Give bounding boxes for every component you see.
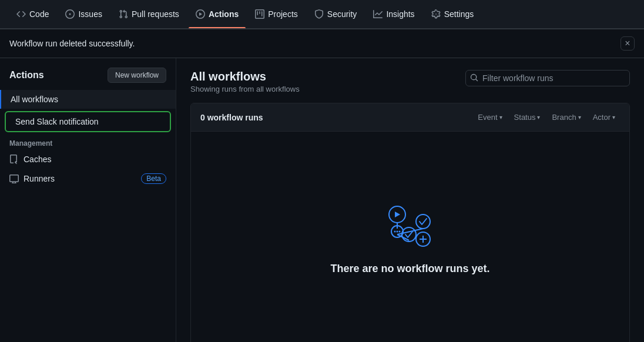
runners-icon — [9, 174, 19, 183]
success-banner: Workflow run deleted successfully. × — [0, 29, 644, 58]
insights-icon — [373, 9, 383, 19]
management-section-label: Management — [0, 135, 176, 150]
runs-filter-buttons: Event ▾ Status ▾ Branch ▾ Actor ▾ — [473, 110, 620, 124]
caches-icon — [9, 155, 19, 164]
content-header: All workflows Showing runs from all work… — [190, 70, 630, 93]
filter-branch-label: Branch — [552, 113, 576, 122]
nav-item-security[interactable]: Security — [307, 0, 364, 28]
content-title-group: All workflows Showing runs from all work… — [190, 70, 300, 93]
workflow-empty-illustration — [387, 204, 434, 251]
runs-count-label: 0 workflow runs — [200, 113, 263, 122]
settings-icon — [431, 9, 441, 19]
nav-item-insights[interactable]: Insights — [366, 0, 421, 28]
main-layout: Actions New workflow All workflows Send … — [0, 58, 644, 342]
new-workflow-button[interactable]: New workflow — [108, 68, 166, 83]
security-icon — [314, 9, 324, 19]
issue-icon — [65, 9, 75, 19]
pr-icon — [119, 9, 128, 19]
content-area: All workflows Showing runs from all work… — [176, 58, 644, 342]
nav-label-code: Code — [29, 9, 49, 19]
filter-status-label: Status — [514, 113, 536, 122]
content-title: All workflows — [190, 70, 300, 83]
filter-event-label: Event — [478, 113, 497, 122]
sidebar-item-caches-label: Caches — [24, 155, 51, 164]
filter-status-button[interactable]: Status ▾ — [509, 110, 545, 124]
sidebar-item-workflow-label: Send Slack notification — [15, 117, 99, 126]
sidebar-item-all-workflows[interactable]: All workflows — [0, 90, 176, 109]
workflow-runs-container: 0 workflow runs Event ▾ Status ▾ Branch … — [190, 103, 630, 342]
projects-icon — [255, 9, 264, 19]
nav-item-code[interactable]: Code — [9, 0, 56, 28]
content-subtitle: Showing runs from all workflows — [190, 85, 300, 93]
nav-item-pull-requests[interactable]: Pull requests — [112, 0, 186, 28]
filter-input-wrap — [465, 70, 630, 86]
top-navigation: Code Issues Pull requests Actions Projec… — [0, 0, 644, 29]
banner-close-button[interactable]: × — [620, 36, 635, 51]
filter-event-chevron-icon: ▾ — [499, 114, 502, 120]
sidebar-item-send-slack-notification[interactable]: Send Slack notification — [5, 111, 171, 132]
nav-item-actions[interactable]: Actions — [189, 0, 246, 28]
nav-label-actions: Actions — [209, 9, 239, 19]
code-icon — [16, 9, 26, 19]
nav-label-security: Security — [327, 9, 357, 19]
filter-event-button[interactable]: Event ▾ — [473, 110, 507, 124]
sidebar-item-runners-label: Runners — [24, 174, 55, 183]
sidebar-title: Actions — [9, 70, 44, 81]
runners-beta-badge: Beta — [141, 173, 166, 184]
filter-workflow-runs-input[interactable] — [465, 70, 630, 86]
empty-state: There are no workflow runs yet. — [191, 132, 629, 342]
sidebar-header: Actions New workflow — [0, 68, 176, 90]
svg-point-8 — [397, 230, 398, 232]
sidebar-item-caches[interactable]: Caches — [0, 150, 176, 169]
nav-label-insights: Insights — [386, 9, 414, 19]
actions-icon — [196, 9, 205, 19]
filter-actor-label: Actor — [593, 113, 611, 122]
empty-state-text: There are no workflow runs yet. — [330, 263, 489, 275]
filter-branch-chevron-icon: ▾ — [578, 114, 581, 120]
svg-point-4 — [402, 227, 416, 242]
nav-label-projects: Projects — [268, 9, 298, 19]
svg-point-7 — [394, 230, 396, 232]
filter-actor-chevron-icon: ▾ — [612, 114, 615, 120]
banner-message: Workflow run deleted successfully. — [9, 39, 135, 48]
nav-label-issues: Issues — [78, 9, 102, 19]
nav-item-projects[interactable]: Projects — [248, 0, 305, 28]
filter-status-chevron-icon: ▾ — [537, 114, 540, 120]
nav-label-settings: Settings — [444, 9, 474, 19]
filter-search-icon — [470, 73, 478, 83]
nav-item-settings[interactable]: Settings — [424, 0, 481, 28]
sidebar-item-all-workflows-label: All workflows — [11, 95, 58, 104]
svg-point-5 — [416, 214, 430, 229]
nav-label-pull-requests: Pull requests — [132, 9, 179, 19]
filter-branch-button[interactable]: Branch ▾ — [547, 110, 585, 124]
sidebar: Actions New workflow All workflows Send … — [0, 58, 176, 342]
runs-header: 0 workflow runs Event ▾ Status ▾ Branch … — [191, 103, 629, 132]
sidebar-item-runners[interactable]: Runners Beta — [0, 169, 176, 189]
filter-actor-button[interactable]: Actor ▾ — [588, 110, 620, 124]
svg-point-9 — [399, 230, 401, 232]
nav-item-issues[interactable]: Issues — [58, 0, 109, 28]
